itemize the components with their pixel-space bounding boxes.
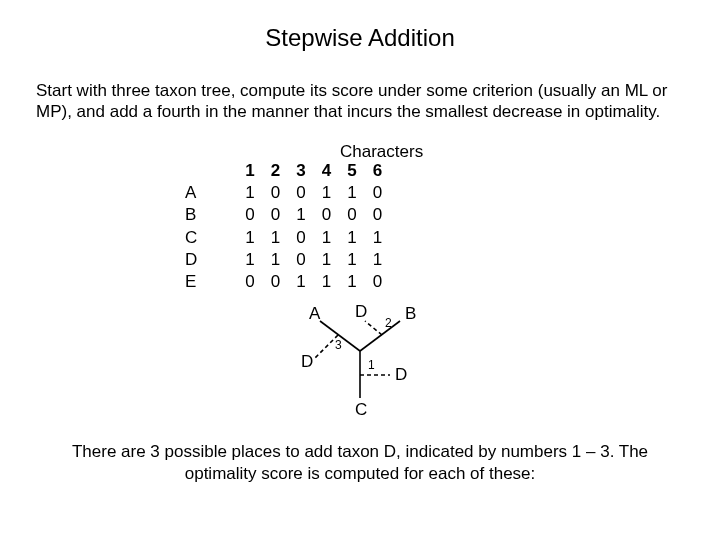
cell: 1 (322, 182, 347, 204)
svg-line-1 (360, 321, 400, 351)
page-title: Stepwise Addition (30, 24, 690, 52)
col-header: 3 (296, 160, 321, 182)
cell: 1 (347, 182, 372, 204)
cell: 0 (271, 271, 296, 293)
cell: 1 (245, 249, 270, 271)
cell: 0 (245, 271, 270, 293)
table-row: C 1 1 0 1 1 1 (185, 227, 398, 249)
cell: 0 (245, 204, 270, 226)
cell: 1 (347, 227, 372, 249)
cell: 1 (347, 271, 372, 293)
cell: 0 (296, 227, 321, 249)
outro-paragraph: There are 3 possible places to add taxon… (36, 441, 684, 484)
tip-label-b: B (405, 304, 416, 323)
row-label: D (185, 249, 245, 271)
cell: 0 (373, 271, 398, 293)
cell: 1 (296, 271, 321, 293)
col-header: 5 (347, 160, 372, 182)
character-matrix: Characters 1 2 3 4 5 6 A 1 0 0 1 (185, 141, 690, 294)
intro-paragraph: Start with three taxon tree, compute its… (36, 80, 684, 123)
col-header: 2 (271, 160, 296, 182)
cell: 0 (373, 204, 398, 226)
position-1: 1 (368, 358, 375, 372)
tip-label-a: A (309, 304, 321, 323)
table-row: B 0 0 1 0 0 0 (185, 204, 398, 226)
row-label: B (185, 204, 245, 226)
tree-diagram: A B C D D D 1 2 3 (30, 303, 690, 427)
cell: 1 (347, 249, 372, 271)
cell: 1 (245, 227, 270, 249)
row-label: E (185, 271, 245, 293)
matrix-super-header: Characters (340, 141, 690, 162)
cell: 1 (271, 227, 296, 249)
tip-label-c: C (355, 400, 367, 419)
table-row: E 0 0 1 1 1 0 (185, 271, 398, 293)
cell: 1 (322, 249, 347, 271)
insert-label-d: D (395, 365, 407, 384)
cell: 0 (271, 182, 296, 204)
cell: 0 (347, 204, 372, 226)
row-label: A (185, 182, 245, 204)
cell: 1 (245, 182, 270, 204)
cell: 1 (322, 227, 347, 249)
cell: 0 (322, 204, 347, 226)
tree-svg: A B C D D D 1 2 3 (265, 303, 455, 423)
slide: Stepwise Addition Start with three taxon… (0, 0, 720, 540)
cell: 1 (373, 249, 398, 271)
col-header: 1 (245, 160, 270, 182)
row-label: C (185, 227, 245, 249)
col-header: 6 (373, 160, 398, 182)
cell: 1 (296, 204, 321, 226)
cell: 0 (271, 204, 296, 226)
matrix-col-headers: 1 2 3 4 5 6 (185, 160, 398, 182)
position-2: 2 (385, 316, 392, 330)
cell: 0 (296, 249, 321, 271)
insert-label-d: D (301, 352, 313, 371)
table-row: D 1 1 0 1 1 1 (185, 249, 398, 271)
matrix-table: 1 2 3 4 5 6 A 1 0 0 1 1 0 B (185, 160, 398, 294)
cell: 0 (373, 182, 398, 204)
insert-label-d: D (355, 303, 367, 321)
position-3: 3 (335, 338, 342, 352)
cell: 1 (271, 249, 296, 271)
table-row: A 1 0 0 1 1 0 (185, 182, 398, 204)
col-header: 4 (322, 160, 347, 182)
cell: 0 (296, 182, 321, 204)
cell: 1 (373, 227, 398, 249)
svg-line-4 (365, 321, 382, 335)
cell: 1 (322, 271, 347, 293)
